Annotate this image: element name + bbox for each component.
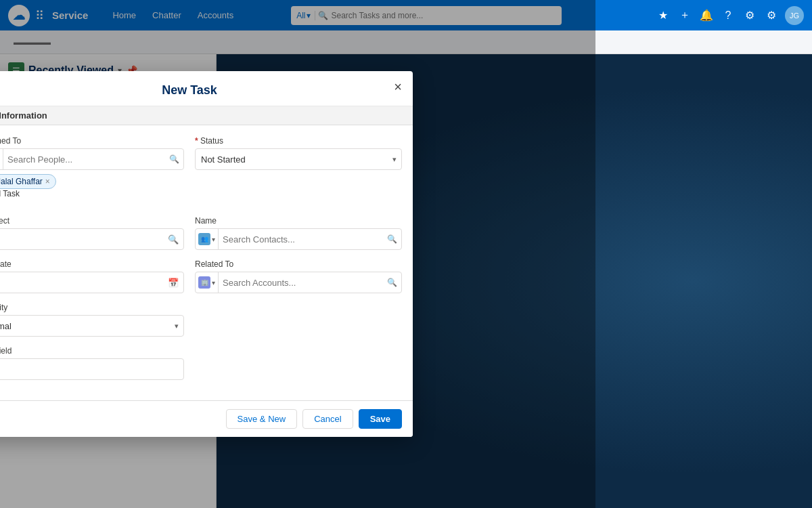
status-select-wrap: Not Started In Progress Completed Waitin… xyxy=(195,148,402,170)
name-label: Name xyxy=(195,216,402,226)
due-date-label: Due Date xyxy=(0,259,184,269)
subject-input[interactable] xyxy=(0,228,184,250)
settings-icon[interactable]: ⚙ xyxy=(742,7,758,24)
app-shell: ☁ ⠿ Service Home Chatter Accounts All ▾ … xyxy=(0,0,812,508)
modal-close-button[interactable]: × xyxy=(394,79,402,95)
cancel-button[interactable]: Cancel xyxy=(302,409,353,429)
notification-icon[interactable]: 🔔 xyxy=(698,7,715,24)
related-to-label: Related To xyxy=(195,259,402,269)
field-priority: * Priority Normal High Low ▾ xyxy=(0,303,184,337)
test-field-spacer xyxy=(195,346,402,380)
account-icon: 🏢 xyxy=(198,276,210,289)
test-field-input[interactable] xyxy=(0,358,184,380)
setup-icon[interactable]: ⚙ xyxy=(763,7,780,24)
field-subject: * Subject 🔍 xyxy=(0,216,184,250)
field-due-date: Due Date 📅 xyxy=(0,259,184,293)
assigned-token-row: 👤 Jalal Ghaffar × xyxy=(0,174,184,189)
row-subject-name: * Subject 🔍 Name xyxy=(0,216,402,250)
field-name: Name 👥 ▾ 🔍 xyxy=(195,216,402,250)
token-user-name: Jalal Ghaffar xyxy=(0,177,43,186)
token-remove-btn[interactable]: × xyxy=(45,177,50,186)
name-lookup-row[interactable]: 👥 ▾ 🔍 xyxy=(195,228,402,250)
name-lookup-icon-btn[interactable]: 👥 ▾ xyxy=(196,229,219,249)
modal-title: New Task xyxy=(0,71,413,106)
subject-label: * Subject xyxy=(0,216,184,226)
subject-search-icon: 🔍 xyxy=(168,234,179,245)
subject-input-wrap: 🔍 xyxy=(0,228,184,250)
field-related-to: Related To 🏢 ▾ 🔍 xyxy=(195,259,402,293)
user-avatar[interactable]: JG xyxy=(785,6,804,25)
priority-label: * Priority xyxy=(0,303,184,312)
assigned-to-input-row[interactable]: 👤 ▾ 🔍 xyxy=(0,148,184,170)
field-assigned-to: Assigned To 👤 ▾ 🔍 xyxy=(0,136,184,207)
due-date-input[interactable] xyxy=(0,272,184,293)
modal-footer: Save & New Cancel Save xyxy=(0,400,413,437)
favorites-icon[interactable]: ★ xyxy=(655,7,671,24)
related-to-lookup-row[interactable]: 🏢 ▾ 🔍 xyxy=(195,272,402,293)
assigned-to-search-input[interactable] xyxy=(3,154,165,165)
test-field-input-wrap xyxy=(0,358,184,380)
modal-body: Assigned To 👤 ▾ 🔍 xyxy=(0,125,413,400)
total-task-label: 1 Total Task xyxy=(0,189,184,198)
priority-select-wrap: Normal High Low ▾ xyxy=(0,315,184,337)
top-nav-actions: ★ ＋ 🔔 ? ⚙ ⚙ JG xyxy=(655,6,804,25)
row-test-field: Test Field xyxy=(0,346,402,380)
task-section-header: Task Information xyxy=(0,106,413,125)
row-priority: * Priority Normal High Low ▾ xyxy=(0,303,402,337)
modal-scrollable-area: Task Information Assigned To 👤 xyxy=(0,106,413,400)
test-field-label: Test Field xyxy=(0,346,184,356)
due-date-calendar-icon[interactable]: 📅 xyxy=(168,278,179,288)
name-search-input[interactable] xyxy=(219,234,383,245)
add-icon[interactable]: ＋ xyxy=(677,7,693,24)
due-date-input-wrap: 📅 xyxy=(0,272,184,293)
assigned-search-icon: 🔍 xyxy=(165,154,183,164)
related-to-lookup-icon-btn[interactable]: 🏢 ▾ xyxy=(196,272,219,293)
new-task-modal: × New Task Task Information Assigned To xyxy=(0,71,413,437)
modal-overlay: × New Task Task Information Assigned To xyxy=(0,0,595,508)
field-test: Test Field xyxy=(0,346,184,380)
related-to-lookup-dropdown[interactable]: ▾ xyxy=(212,279,215,287)
status-label: * Status xyxy=(195,136,402,146)
related-to-search-icon: 🔍 xyxy=(383,278,401,287)
priority-select[interactable]: Normal High Low xyxy=(0,315,184,337)
row-duedate-relatedto: Due Date 📅 Related To 🏢 xyxy=(0,259,402,293)
assigned-to-label: Assigned To xyxy=(0,136,184,146)
name-search-icon: 🔍 xyxy=(383,234,401,244)
row-assigned-status: Assigned To 👤 ▾ 🔍 xyxy=(0,136,402,207)
save-new-button[interactable]: Save & New xyxy=(226,409,298,429)
field-status: * Status Not Started In Progress Complet… xyxy=(195,136,402,207)
related-to-search-input[interactable] xyxy=(219,278,383,288)
contact-icon: 👥 xyxy=(198,233,210,245)
help-icon[interactable]: ? xyxy=(720,7,736,24)
assigned-user-token: 👤 Jalal Ghaffar × xyxy=(0,174,56,189)
save-button[interactable]: Save xyxy=(359,409,402,429)
name-lookup-dropdown[interactable]: ▾ xyxy=(212,236,215,243)
field-priority-spacer xyxy=(195,303,402,337)
status-select[interactable]: Not Started In Progress Completed Waitin… xyxy=(195,148,402,170)
